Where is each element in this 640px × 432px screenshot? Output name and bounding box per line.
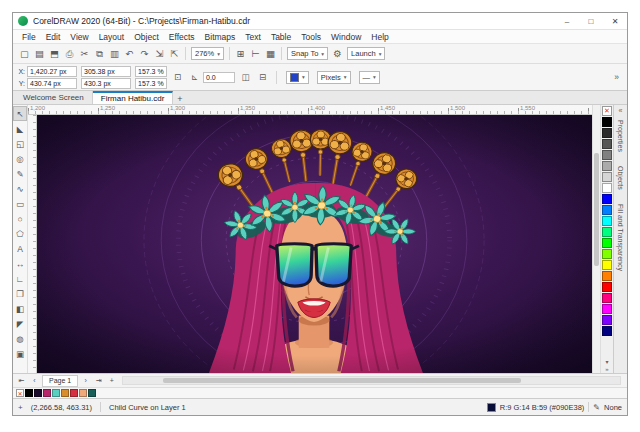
cut-icon[interactable]: ✂ (77, 46, 92, 62)
show-grid-icon[interactable]: ▦ (263, 46, 278, 62)
document-tab[interactable]: Firman Hatibu.cdr (93, 91, 174, 104)
vertical-scrollbar[interactable] (592, 105, 600, 373)
rotation-angle-field[interactable]: 0.0 (203, 72, 235, 83)
palette-swatch[interactable] (602, 117, 612, 127)
palette-swatch[interactable] (602, 194, 612, 204)
crop-tool[interactable]: ◱ (13, 136, 27, 151)
units-dropdown[interactable]: Pixels ▾ (317, 71, 351, 84)
menu-item[interactable]: Text (240, 32, 266, 42)
palette-swatch[interactable] (602, 205, 612, 215)
palette-swatch[interactable] (602, 326, 612, 336)
color-picker-dropdown[interactable]: ▾ (286, 71, 309, 84)
palette-swatch[interactable] (602, 216, 612, 226)
connector-tool[interactable]: ∟ (13, 271, 27, 286)
show-rulers-icon[interactable]: ⊢ (248, 46, 263, 62)
palette-swatch[interactable] (602, 183, 612, 193)
previous-page-button[interactable]: ‹ (29, 377, 40, 384)
document-palette-swatch[interactable] (25, 389, 33, 397)
document-palette-swatch[interactable] (88, 389, 96, 397)
document-palette-swatch[interactable] (61, 389, 69, 397)
minimize-button[interactable]: – (555, 13, 579, 29)
palette-swatch[interactable] (602, 304, 612, 314)
menu-item[interactable]: Bitmaps (200, 32, 241, 42)
menu-item[interactable]: Window (326, 32, 366, 42)
menu-item[interactable]: Help (366, 32, 393, 42)
import-icon[interactable]: ⇲ (152, 46, 167, 62)
save-icon[interactable]: ⬒ (47, 46, 62, 62)
undo-icon[interactable]: ↶ (122, 46, 137, 62)
vertical-scrollbar-thumb[interactable] (594, 153, 599, 266)
palette-swatch[interactable] (602, 249, 612, 259)
docker-tab[interactable]: Objects (617, 163, 624, 193)
pick-tool[interactable]: ↖ (13, 106, 27, 121)
redo-icon[interactable]: ↷ (137, 46, 152, 62)
paste-icon[interactable]: ▥ (107, 46, 122, 62)
no-color-swatch[interactable]: ✕ (602, 106, 612, 116)
menu-item[interactable]: Object (129, 32, 164, 42)
freehand-tool[interactable]: ✎ (13, 166, 27, 181)
print-icon[interactable]: ⎙ (62, 46, 77, 62)
document-palette-swatch[interactable] (52, 389, 60, 397)
palette-swatch[interactable] (602, 150, 612, 160)
lock-ratio-icon[interactable]: ⊡ (171, 72, 184, 82)
menu-item[interactable]: Layout (94, 32, 130, 42)
ellipse-tool[interactable]: ○ (13, 211, 27, 226)
scale-width-field[interactable]: 157.3 % (135, 66, 167, 77)
rectangle-tool[interactable]: ▭ (13, 196, 27, 211)
first-page-button[interactable]: ⇤ (16, 377, 27, 385)
dimension-tool[interactable]: ↔ (13, 256, 27, 271)
object-width-field[interactable]: 305.38 px (81, 66, 131, 77)
palette-swatch[interactable] (602, 282, 612, 292)
palette-swatch[interactable] (602, 260, 612, 270)
horizontal-scrollbar[interactable] (122, 376, 621, 385)
palette-swatch[interactable] (602, 315, 612, 325)
export-icon[interactable]: ⇱ (167, 46, 182, 62)
palette-swatch[interactable] (602, 238, 612, 248)
transparency-tool[interactable]: ◧ (13, 301, 27, 316)
x-position-field[interactable]: 1,420.27 px (27, 66, 77, 77)
no-color-swatch[interactable]: ✕ (16, 389, 24, 397)
docker-collapse-icon[interactable]: « (619, 107, 623, 114)
next-page-button[interactable]: › (80, 377, 91, 384)
open-icon[interactable]: ▤ (32, 46, 47, 62)
object-height-field[interactable]: 430.3 px (81, 78, 131, 89)
docker-tab[interactable]: Fill and Transparency (617, 201, 624, 274)
document-tab[interactable]: Welcome Screen (15, 91, 93, 104)
close-button[interactable]: ✕ (603, 13, 627, 29)
palette-swatch[interactable] (602, 293, 612, 303)
new-tab-button[interactable]: + (177, 94, 182, 104)
document-palette-swatch[interactable] (43, 389, 51, 397)
add-page-button[interactable]: + (106, 377, 117, 384)
docker-tab[interactable]: Properties (617, 117, 624, 155)
mirror-vertical-icon[interactable]: ⊟ (256, 72, 269, 82)
page-tab[interactable]: Page 1 (42, 375, 78, 387)
last-page-button[interactable]: ⇥ (93, 377, 104, 385)
menu-item[interactable]: File (17, 32, 41, 42)
options-gear-icon[interactable]: ⚙ (330, 46, 345, 62)
palette-swatch[interactable] (602, 139, 612, 149)
document-palette-swatch[interactable] (34, 389, 42, 397)
maximize-button[interactable]: □ (579, 13, 603, 29)
horizontal-scrollbar-thumb[interactable] (163, 378, 521, 383)
palette-swatch[interactable] (602, 271, 612, 281)
artistic-media-tool[interactable]: ∿ (13, 181, 27, 196)
menu-item[interactable]: View (65, 32, 93, 42)
interactive-fill-tool[interactable]: ◍ (13, 331, 27, 346)
polygon-tool[interactable]: ⬠ (13, 226, 27, 241)
palette-expand-icon[interactable]: » (605, 366, 608, 373)
menu-item[interactable]: Edit (41, 32, 66, 42)
menu-item[interactable]: Effects (164, 32, 200, 42)
palette-scroll-down-icon[interactable]: ▾ (605, 359, 608, 366)
palette-swatch[interactable] (602, 172, 612, 182)
mirror-horizontal-icon[interactable]: ◫ (239, 72, 252, 82)
outline-style-dropdown[interactable]: — ▾ (359, 71, 380, 84)
smart-fill-tool[interactable]: ▣ (13, 346, 27, 361)
scale-height-field[interactable]: 157.3 % (135, 78, 167, 89)
fullscreen-preview-icon[interactable]: ⊞ (233, 46, 248, 62)
drawing-canvas[interactable] (37, 115, 592, 373)
palette-swatch[interactable] (602, 161, 612, 171)
snap-to-select[interactable]: Snap To ▾ (287, 47, 328, 60)
y-position-field[interactable]: 430.74 px (27, 78, 77, 89)
menu-item[interactable]: Table (266, 32, 296, 42)
palette-swatch[interactable] (602, 227, 612, 237)
